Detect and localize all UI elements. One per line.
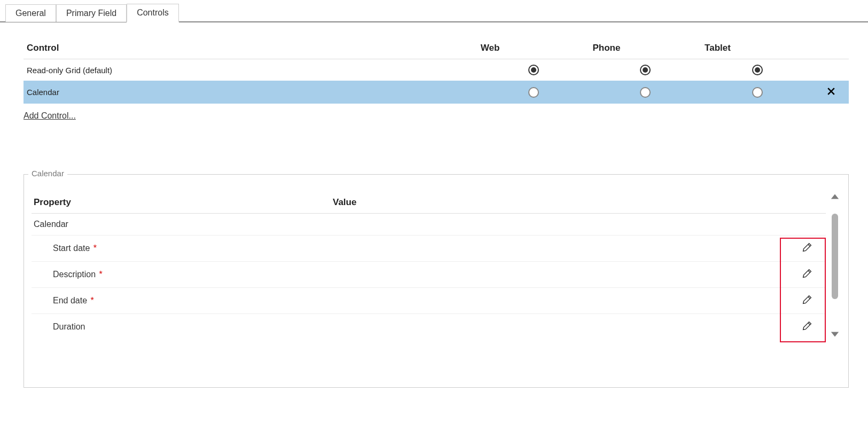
property-label: Duration: [34, 322, 85, 332]
tab-bar: General Primary Field Controls: [0, 0, 868, 22]
property-header-property: Property: [32, 193, 331, 214]
property-label: End date *: [34, 296, 94, 305]
pencil-icon: [801, 320, 813, 332]
property-header-value: Value: [331, 193, 788, 214]
controls-header-tablet: Tablet: [701, 38, 814, 59]
svg-marker-2: [831, 194, 839, 199]
radio-phone[interactable]: [640, 65, 651, 75]
property-row: Duration: [32, 314, 826, 340]
pencil-icon: [801, 241, 813, 253]
edit-property-button[interactable]: [801, 320, 813, 332]
scroll-down-button[interactable]: [830, 331, 840, 340]
controls-header-web: Web: [478, 38, 590, 59]
radio-web[interactable]: [528, 87, 539, 98]
controls-table: Control Web Phone Tablet Read-only Grid …: [24, 38, 849, 104]
close-icon: [826, 86, 836, 97]
property-label: Start date *: [34, 244, 97, 253]
required-indicator: *: [88, 296, 94, 305]
property-label: Description *: [34, 270, 103, 279]
pencil-icon: [801, 268, 813, 279]
controls-header-phone: Phone: [589, 38, 701, 59]
tab-general[interactable]: General: [5, 4, 56, 22]
scroll-up-button[interactable]: [830, 193, 840, 202]
required-indicator: *: [91, 244, 97, 253]
controls-header-delete: [814, 38, 849, 59]
triangle-up-icon: [830, 193, 840, 200]
controls-row[interactable]: Calendar: [24, 81, 849, 104]
controls-header-control: Control: [24, 38, 478, 59]
required-indicator: *: [97, 270, 103, 279]
controls-row[interactable]: Read-only Grid (default): [24, 59, 849, 81]
property-label: Calendar: [34, 220, 68, 229]
property-row: Description *: [32, 262, 826, 288]
property-row: End date *: [32, 288, 826, 314]
main-content: Control Web Phone Tablet Read-only Grid …: [0, 22, 868, 388]
control-name: Calendar: [24, 81, 478, 104]
triangle-down-icon: [830, 331, 840, 338]
svg-marker-3: [831, 332, 839, 337]
edit-property-button[interactable]: [801, 268, 813, 279]
radio-phone[interactable]: [640, 87, 651, 98]
tab-controls[interactable]: Controls: [127, 4, 179, 22]
remove-control-button[interactable]: [826, 86, 836, 97]
property-group-legend: Calendar: [28, 169, 67, 178]
property-row: Start date *: [32, 236, 826, 262]
control-name: Read-only Grid (default): [24, 59, 478, 81]
tab-primary-field[interactable]: Primary Field: [56, 4, 127, 22]
scrollbar[interactable]: [829, 193, 841, 340]
property-group: Calendar Property Value: [24, 174, 849, 388]
edit-property-button[interactable]: [801, 294, 813, 305]
radio-tablet[interactable]: [752, 65, 763, 75]
add-control-link[interactable]: Add Control...: [24, 111, 76, 121]
edit-property-button[interactable]: [801, 241, 813, 253]
pencil-icon: [801, 294, 813, 305]
radio-web[interactable]: [528, 65, 539, 75]
radio-tablet[interactable]: [752, 87, 763, 98]
property-row: Calendar: [32, 214, 826, 236]
scroll-thumb[interactable]: [832, 214, 838, 299]
property-table: Property Value Calendar: [32, 193, 826, 340]
